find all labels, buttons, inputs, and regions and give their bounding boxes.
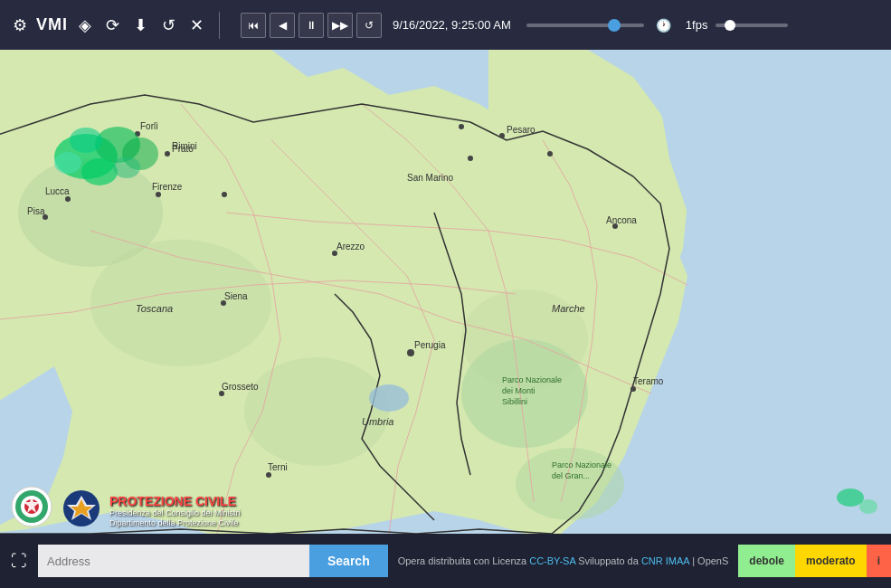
svg-text:Marche: Marche: [552, 303, 585, 314]
svg-point-9: [165, 151, 170, 156]
clock-icon: 🕐: [652, 14, 675, 36]
layers-icon[interactable]: ◈: [75, 12, 95, 39]
svg-point-13: [222, 192, 227, 197]
svg-text:Toscana: Toscana: [136, 303, 173, 314]
cc-link[interactable]: CC-BY-SA: [529, 555, 575, 566]
svg-point-10: [156, 192, 161, 197]
svg-point-55: [837, 488, 864, 507]
org-name: PROTEZIONE CIVILE: [109, 494, 241, 508]
svg-text:Lucca: Lucca: [45, 186, 70, 196]
speed-thumb: [725, 20, 735, 31]
svg-text:Pisa: Pisa: [27, 206, 45, 216]
search-button[interactable]: Search: [309, 545, 388, 577]
svg-point-20: [459, 124, 464, 129]
svg-text:Prato: Prato: [172, 144, 194, 154]
toolbar: ⚙ VMI ◈ ⟳ ⬇ ↺ ✕ ⏮ ◀ ⏸ ▶▶ ↺ 9/16/2022, 9:…: [0, 0, 891, 50]
legend: debole moderato i: [738, 545, 891, 577]
svg-text:Arezzo: Arezzo: [336, 242, 365, 251]
svg-text:Umbria: Umbria: [362, 416, 393, 427]
svg-point-18: [266, 472, 271, 478]
layer-label: VMI: [36, 15, 68, 34]
svg-point-52: [54, 152, 81, 174]
svg-text:Perugia: Perugia: [414, 340, 446, 350]
svg-point-51: [81, 158, 118, 185]
svg-point-7: [369, 384, 409, 412]
svg-text:Teramo: Teramo: [633, 376, 664, 386]
tool-group-main: ⚙ VMI: [9, 12, 68, 39]
pause-button[interactable]: ⏸: [299, 13, 324, 38]
org-sub1: Presidenza del Consiglio dei Ministri: [109, 508, 241, 519]
settings-icon[interactable]: ⚙: [9, 12, 31, 39]
progress-slider[interactable]: [526, 24, 644, 27]
expand-icon: ⛶: [11, 552, 27, 571]
bottom-bar: ⛶ Search Opera distribuita con Licenza C…: [0, 534, 891, 588]
svg-text:Pesaro: Pesaro: [507, 125, 536, 135]
svg-point-24: [630, 386, 636, 392]
toolbar-divider: [219, 12, 220, 39]
svg-text:Parco Nazionale: Parco Nazionale: [502, 375, 562, 384]
speed-label: 1fps: [686, 18, 708, 32]
svg-text:Forlì: Forlì: [140, 121, 158, 131]
republic-emblem: [9, 484, 54, 529]
legend-moderato[interactable]: moderato: [795, 545, 867, 577]
progress-thumb: [608, 19, 621, 32]
svg-point-17: [407, 349, 414, 356]
svg-point-54: [113, 156, 140, 178]
svg-text:Grosseto: Grosseto: [222, 382, 259, 392]
legend-intensa[interactable]: i: [867, 545, 891, 577]
svg-point-53: [70, 128, 102, 153]
logo-overlay: PROTEZIONE CIVILE Presidenza del Consigl…: [9, 484, 241, 529]
map-container: Forlì Rimini San Marino Pesaro Lucca Pra…: [0, 0, 891, 588]
refresh-icon[interactable]: ↺: [158, 12, 179, 39]
attribution: Opera distribuita con Licenza CC-BY-SA S…: [388, 555, 739, 566]
svg-point-21: [499, 133, 505, 138]
speed-slider[interactable]: [716, 24, 788, 27]
svg-text:del Gran...: del Gran...: [552, 471, 590, 480]
logo-text: PROTEZIONE CIVILE Presidenza del Consigl…: [109, 494, 241, 529]
svg-text:Ancona: Ancona: [606, 215, 637, 225]
playback-controls: ⏮ ◀ ⏸ ▶▶ ↺ 9/16/2022, 9:25:00 AM 🕐 1fps: [241, 13, 788, 38]
org-sub2: Dipartimento della Protezione Civile: [109, 518, 241, 529]
svg-text:Firenze: Firenze: [152, 182, 183, 192]
close-icon[interactable]: ✕: [186, 12, 207, 39]
map-svg: Forlì Rimini San Marino Pesaro Lucca Pra…: [0, 50, 891, 534]
reload-button[interactable]: ↺: [356, 13, 382, 38]
svg-text:Sibillini: Sibillini: [502, 397, 527, 406]
svg-text:Parco Nazionale: Parco Nazionale: [552, 460, 611, 469]
protezione-civile-logo: [62, 488, 102, 529]
first-button[interactable]: ⏮: [241, 13, 266, 38]
svg-point-56: [859, 499, 877, 514]
download-icon[interactable]: ⬇: [130, 12, 151, 39]
svg-point-3: [244, 357, 389, 466]
datetime-display: 9/16/2022, 9:25:00 AM: [393, 18, 511, 32]
prev-button[interactable]: ◀: [270, 13, 295, 38]
svg-text:Siena: Siena: [224, 291, 248, 301]
legend-debole[interactable]: debole: [738, 545, 795, 577]
svg-point-11: [65, 196, 71, 202]
svg-text:San Marino: San Marino: [407, 173, 454, 183]
svg-point-19: [468, 156, 473, 161]
svg-text:dei Monti: dei Monti: [502, 386, 536, 395]
rotate-icon[interactable]: ⟳: [102, 12, 123, 39]
address-input[interactable]: [38, 545, 309, 577]
cnr-link[interactable]: CNR IMAA: [641, 555, 689, 566]
svg-point-22: [547, 151, 553, 156]
next-button[interactable]: ▶▶: [327, 13, 353, 38]
expand-button[interactable]: ⛶: [0, 552, 38, 571]
svg-text:Terni: Terni: [268, 462, 288, 472]
